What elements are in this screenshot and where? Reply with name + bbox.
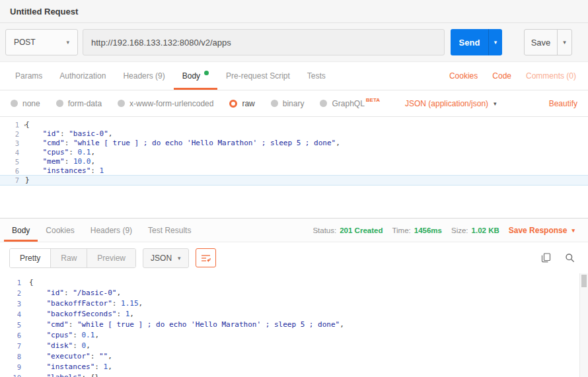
code-text: }	[25, 176, 30, 185]
radio-form-data[interactable]: form-data	[56, 99, 102, 108]
status-label: Status:	[312, 226, 336, 234]
code-text: "instances": 1	[25, 166, 104, 176]
code-line-5[interactable]: 5 "mem": 10.0,	[0, 157, 588, 166]
response-tab-test-results[interactable]: Test Results	[140, 219, 199, 242]
chevron-down-icon: ▾	[571, 227, 575, 234]
send-button[interactable]: Send	[451, 29, 488, 55]
response-language-select[interactable]: JSON ▾	[143, 248, 189, 268]
content-type-label: JSON (application/json)	[405, 99, 488, 108]
graphql-beta-badge: BETA	[366, 97, 380, 103]
time-label: Time:	[392, 226, 410, 234]
response-tab-headers[interactable]: Headers (9)	[83, 219, 140, 242]
view-preview-label: Preview	[97, 254, 126, 263]
radio-urlencoded-label: x-www-form-urlencoded	[129, 99, 213, 108]
radio-icon	[56, 100, 63, 107]
tab-authorization[interactable]: Authorization	[51, 62, 114, 90]
chevron-down-icon: ▾	[494, 39, 497, 46]
code-text: "cpus": 0.1,	[25, 148, 95, 157]
tab-tests-label: Tests	[307, 71, 326, 81]
copy-response-button[interactable]	[541, 253, 551, 263]
code-text: "id": "/basic-0",	[29, 288, 121, 298]
code-line-7[interactable]: 7}	[0, 176, 588, 185]
radio-none-label: none	[22, 99, 40, 108]
code-line-4[interactable]: 4 "cpus": 0.1,	[0, 148, 588, 157]
code-line-2[interactable]: 2 "id": "basic-0",	[0, 129, 588, 139]
tab-prerequest-label: Pre-request Script	[226, 71, 290, 81]
response-toolbar: Pretty Raw Preview JSON ▾	[0, 242, 588, 273]
response-tab-cookies[interactable]: Cookies	[38, 219, 82, 242]
cookies-link[interactable]: Cookies	[449, 71, 478, 81]
tab-prerequest-script[interactable]: Pre-request Script	[217, 62, 299, 90]
response-scrollbar[interactable]	[579, 273, 588, 377]
code-text: "backoffSeconds": 1,	[29, 309, 134, 320]
save-response-button[interactable]: Save Response ▾	[509, 226, 575, 235]
line-number: 1	[0, 277, 29, 288]
tab-tests[interactable]: Tests	[299, 62, 334, 90]
code-link[interactable]: Code	[492, 71, 511, 81]
request-title: Untitled Request	[10, 7, 78, 17]
radio-none[interactable]: none	[11, 99, 40, 108]
save-options-button[interactable]: ▾	[557, 30, 571, 55]
code-line-6: 6 "cpus": 0.1,	[0, 330, 588, 341]
tab-body[interactable]: Body	[174, 62, 217, 90]
code-text: "id": "basic-0",	[25, 129, 112, 139]
code-line-1[interactable]: 1▾{	[0, 120, 588, 129]
line-number: 3	[0, 139, 25, 148]
size-label: Size:	[451, 226, 468, 234]
response-view-switch: Pretty Raw Preview	[9, 248, 136, 268]
radio-binary[interactable]: binary	[271, 99, 305, 108]
save-response-label: Save Response	[509, 226, 568, 235]
line-number: 5	[0, 320, 29, 330]
send-options-button[interactable]: ▾	[488, 29, 502, 55]
radio-icon	[118, 100, 125, 107]
line-number: 2	[0, 288, 29, 298]
code-line-3[interactable]: 3 "cmd": "while [ true ] ; do echo 'Hell…	[0, 139, 588, 148]
line-number: 9	[0, 362, 29, 372]
response-tab-body[interactable]: Body	[4, 219, 38, 242]
line-number: 7	[0, 341, 29, 351]
response-tab-headers-label: Headers (9)	[91, 226, 132, 235]
search-icon	[565, 253, 575, 263]
beautify-link[interactable]: Beautify	[549, 99, 577, 108]
request-body-editor[interactable]: 1▾{2 "id": "basic-0",3 "cmd": "while [ t…	[0, 117, 588, 219]
line-number: 4	[0, 309, 29, 320]
radio-raw[interactable]: raw	[229, 99, 254, 108]
code-text: "mem": 10.0,	[25, 157, 95, 166]
request-tab-links: Cookies Code Comments (0)	[449, 62, 581, 90]
response-tab-body-label: Body	[12, 226, 30, 235]
view-preview-button[interactable]: Preview	[87, 249, 135, 267]
tab-headers[interactable]: Headers (9)	[114, 62, 173, 90]
copy-icon	[541, 253, 551, 263]
tab-params[interactable]: Params	[7, 62, 51, 90]
code-line-7: 7 "disk": 0,	[0, 341, 588, 351]
tab-authorization-label: Authorization	[59, 71, 106, 81]
body-active-dot-icon	[204, 71, 209, 75]
comments-link[interactable]: Comments (0)	[526, 71, 576, 81]
response-tab-cookies-label: Cookies	[46, 226, 74, 235]
scrollbar-thumb[interactable]	[581, 275, 587, 287]
wrap-lines-button[interactable]	[196, 248, 216, 267]
code-text: "cmd": "while [ true ] ; do echo 'Hello …	[29, 320, 344, 330]
search-response-button[interactable]	[565, 253, 575, 263]
code-line-6[interactable]: 6 "instances": 1	[0, 166, 588, 176]
save-button[interactable]: Save	[525, 30, 557, 55]
fold-caret-icon[interactable]: ▾	[24, 121, 26, 130]
radio-graphql[interactable]: GraphQL BETA	[320, 99, 380, 108]
line-number: 7	[0, 176, 25, 185]
view-pretty-button[interactable]: Pretty	[10, 249, 51, 267]
view-raw-label: Raw	[61, 254, 77, 263]
send-split-button: Send ▾	[451, 29, 502, 55]
send-label: Send	[459, 38, 480, 48]
method-select[interactable]: POST ▾	[5, 29, 78, 55]
request-title-bar: Untitled Request	[0, 0, 588, 23]
radio-urlencoded[interactable]: x-www-form-urlencoded	[118, 99, 213, 108]
radio-icon	[320, 100, 327, 107]
url-input[interactable]	[83, 29, 445, 55]
radio-icon	[271, 100, 278, 107]
view-raw-button[interactable]: Raw	[51, 249, 87, 267]
chevron-down-icon: ▾	[494, 100, 497, 107]
response-meta-bar: Body Cookies Headers (9) Test Results St…	[0, 219, 588, 242]
size-value: 1.02 KB	[472, 226, 499, 234]
code-line-4: 4 "backoffSeconds": 1,	[0, 309, 588, 320]
content-type-select[interactable]: JSON (application/json) ▾	[405, 99, 497, 108]
